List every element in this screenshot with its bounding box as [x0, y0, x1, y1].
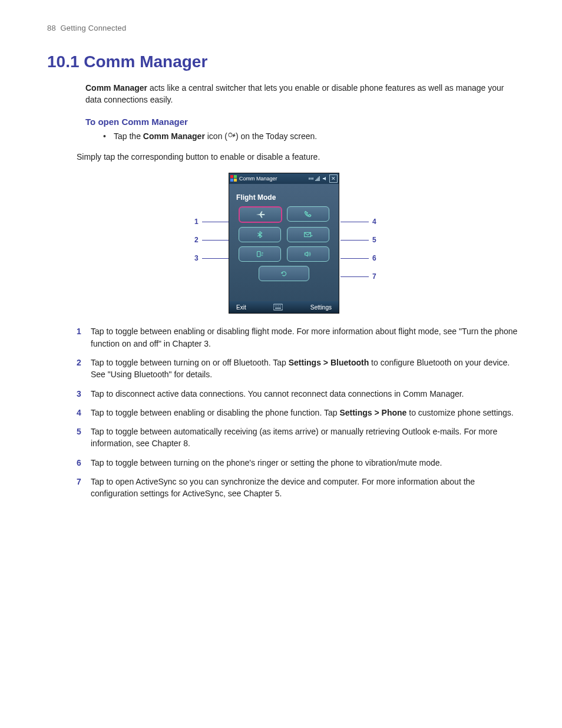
desc-row: 3 Tap to disconnect active data connecti…	[77, 388, 521, 400]
figure-inner: 1 2 3 4 5 6 7 Comm Manager ✕	[229, 173, 339, 314]
soft-left[interactable]: Exit	[236, 304, 246, 311]
callout-6: 6	[340, 254, 376, 262]
desc-number: 1	[77, 325, 91, 350]
svg-point-11	[280, 306, 281, 307]
figure: 1 2 3 4 5 6 7 Comm Manager ✕	[47, 173, 521, 314]
intro-rest: acts like a central switcher that lets y…	[85, 83, 504, 104]
desc-row: 1 Tap to toggle between enabling or disa…	[77, 325, 521, 350]
bullet-post: icon (	[205, 131, 227, 141]
intro-paragraph: Comm Manager acts like a central switche…	[85, 82, 521, 106]
desc-number: 2	[77, 357, 91, 381]
softkey-bar: Exit Settings	[229, 301, 339, 313]
email-button[interactable]	[287, 227, 329, 242]
subheading: To open Comm Manager	[85, 117, 521, 127]
svg-point-0	[229, 133, 232, 137]
desc-text: Tap to toggle between enabling or disabl…	[91, 325, 521, 350]
flight-mode-label: Flight Mode	[229, 184, 339, 206]
callout-7: 7	[340, 272, 376, 281]
windows-flag-icon	[230, 175, 237, 182]
desc-row: 4 Tap to toggle between enabling or disa…	[77, 407, 521, 419]
chapter-name: Getting Connected	[61, 24, 127, 32]
svg-point-10	[279, 306, 279, 307]
ringer-button[interactable]	[287, 246, 329, 262]
bluetooth-icon	[254, 230, 265, 239]
desc-number: 5	[77, 426, 91, 450]
activesync-button[interactable]	[259, 266, 309, 281]
section-title: 10.1 Comm Manager	[47, 52, 521, 71]
bullet-bold: Comm Manager	[143, 131, 205, 141]
desc-number: 6	[77, 457, 91, 469]
page: 88 Getting Connected 10.1 Comm Manager C…	[0, 0, 562, 728]
callout-1: 1	[194, 218, 230, 226]
svg-rect-12	[275, 308, 281, 308]
desc-text: Tap to toggle between enabling or disabl…	[91, 407, 521, 419]
bluetooth-button[interactable]	[239, 227, 281, 242]
svg-rect-1	[230, 175, 233, 178]
airplane-icon	[255, 210, 266, 219]
button-grid	[229, 206, 339, 289]
description-list: 1 Tap to toggle between enabling or disa…	[77, 325, 521, 499]
desc-text: Tap to toggle between automatically rece…	[91, 426, 521, 450]
svg-rect-4	[234, 179, 237, 182]
envelope-icon	[303, 230, 313, 239]
data-connection-icon	[254, 250, 265, 258]
status-tray	[308, 176, 328, 182]
button-row	[239, 266, 329, 281]
connectivity-icon	[308, 176, 314, 182]
desc-row: 6 Tap to toggle between turning on the p…	[77, 457, 521, 469]
svg-rect-3	[230, 179, 233, 182]
bullet-item: Tap the Comm Manager icon () on the Toda…	[103, 130, 521, 143]
sync-icon	[279, 269, 289, 278]
button-row	[239, 227, 329, 242]
button-row	[239, 206, 329, 223]
device-titlebar: Comm Manager ✕	[229, 173, 339, 184]
desc-number: 3	[77, 388, 91, 400]
svg-point-8	[275, 306, 276, 307]
phone-button[interactable]	[287, 206, 329, 222]
soft-right[interactable]: Settings	[310, 304, 332, 311]
intro-bold: Comm Manager	[85, 83, 147, 93]
desc-number: 4	[77, 407, 91, 419]
device-screenshot: Comm Manager ✕ Flight Mode	[229, 173, 339, 314]
svg-rect-7	[273, 304, 283, 310]
bullet-tail: ) on the Today screen.	[236, 131, 317, 141]
speaker-sound-icon	[303, 250, 313, 258]
desc-row: 5 Tap to toggle between automatically re…	[77, 426, 521, 450]
desc-number: 7	[77, 476, 91, 500]
svg-rect-6	[257, 252, 260, 257]
callout-4: 4	[340, 218, 376, 226]
svg-point-9	[277, 306, 277, 307]
data-connection-button[interactable]	[239, 246, 281, 262]
button-row	[239, 246, 329, 262]
flight-mode-button[interactable]	[239, 206, 282, 223]
desc-text: Tap to open ActiveSync so you can synchr…	[91, 476, 521, 500]
signal-icon	[315, 176, 321, 182]
desc-text: Tap to toggle between turning on or off …	[91, 357, 521, 381]
comm-manager-icon	[227, 130, 236, 143]
page-number: 88	[47, 24, 56, 32]
keyboard-icon[interactable]	[273, 304, 283, 311]
running-head: 88 Getting Connected	[47, 24, 521, 32]
bullet-pre: Tap the	[114, 131, 143, 141]
callout-3: 3	[194, 254, 230, 262]
desc-row: 7 Tap to open ActiveSync so you can sync…	[77, 476, 521, 500]
callout-5: 5	[340, 236, 376, 244]
desc-text: Tap to disconnect active data connection…	[91, 388, 521, 400]
device-title: Comm Manager	[239, 176, 277, 182]
callout-2: 2	[194, 236, 230, 244]
bullet-list: Tap the Comm Manager icon () on the Toda…	[103, 130, 521, 143]
desc-text: Tap to toggle between turning on the pho…	[91, 457, 521, 469]
desc-row: 2 Tap to toggle between turning on or of…	[77, 357, 521, 381]
speaker-icon	[322, 176, 328, 182]
phone-icon	[303, 210, 313, 218]
close-icon: ✕	[329, 174, 338, 183]
body-text: Simply tap the corresponding button to e…	[77, 151, 521, 163]
svg-rect-2	[234, 175, 237, 178]
